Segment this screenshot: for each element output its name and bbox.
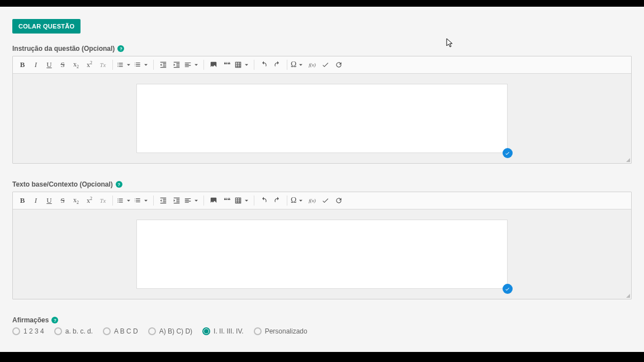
editor-contexto: BIUSx2x2Tx❝❝Ωf(x) <box>12 192 632 299</box>
align-button[interactable] <box>184 194 200 207</box>
toolbar-separator <box>287 60 287 70</box>
radio-label: A B C D <box>114 327 138 335</box>
clear-format-button[interactable]: Tx <box>97 59 109 71</box>
toolbar-separator <box>287 196 287 206</box>
table-button[interactable] <box>234 59 250 71</box>
subscript-button[interactable]: x2 <box>70 194 82 207</box>
radio-icon <box>54 327 62 335</box>
toolbar-separator <box>112 60 113 70</box>
section-label-contexto: Texto base/Contexto (Opcional) ? <box>12 180 632 188</box>
radio-icon <box>202 327 210 335</box>
radio-icon <box>12 327 20 335</box>
resize-handle[interactable] <box>626 294 630 298</box>
image-button[interactable] <box>207 194 220 207</box>
indent-button[interactable] <box>171 59 183 71</box>
check-button[interactable] <box>319 194 332 207</box>
afirmacoes-option-2[interactable]: A B C D <box>103 327 138 335</box>
afirmacoes-option-0[interactable]: 1 2 3 4 <box>12 327 44 335</box>
section-label-instrucao: Instrução da questão (Opcional) ? <box>12 45 632 53</box>
help-icon[interactable]: ? <box>117 45 124 52</box>
check-badge-icon[interactable] <box>503 148 513 158</box>
align-button[interactable] <box>184 59 200 71</box>
afirmacoes-option-3[interactable]: A) B) C) D) <box>148 327 192 335</box>
formula-button[interactable]: f(x) <box>306 194 318 207</box>
omega-button[interactable]: Ω <box>291 194 305 207</box>
refresh-button[interactable] <box>333 194 345 207</box>
bold-button[interactable]: B <box>16 59 29 71</box>
superscript-button[interactable]: x2 <box>83 194 96 207</box>
number-list-button[interactable] <box>134 194 150 207</box>
paste-question-button[interactable]: COLAR QUESTÃO <box>12 19 80 34</box>
section-label-afirmacoes: Afirmações ? <box>12 316 632 324</box>
toolbar-contexto: BIUSx2x2Tx❝❝Ωf(x) <box>13 192 631 209</box>
undo-button[interactable] <box>258 194 270 207</box>
toolbar-separator <box>254 196 254 206</box>
redo-button[interactable] <box>271 194 283 207</box>
check-button[interactable] <box>319 59 332 71</box>
resize-handle[interactable] <box>626 158 630 162</box>
afirmacoes-option-4[interactable]: I. II. III. IV. <box>202 327 244 335</box>
toolbar-separator <box>203 60 204 70</box>
outdent-button[interactable] <box>157 59 169 71</box>
redo-button[interactable] <box>271 59 283 71</box>
toolbar-separator <box>153 60 154 70</box>
outdent-button[interactable] <box>157 194 169 207</box>
radio-label: Personalizado <box>265 327 307 335</box>
clear-format-button[interactable]: Tx <box>97 194 109 207</box>
radio-icon <box>103 327 111 335</box>
editor-body-contexto[interactable] <box>13 209 631 299</box>
image-button[interactable] <box>207 59 220 71</box>
radio-icon <box>254 327 262 335</box>
contexto-label-text: Texto base/Contexto (Opcional) <box>12 180 113 188</box>
quote-button[interactable]: ❝❝ <box>221 194 233 207</box>
help-icon[interactable]: ? <box>116 181 122 188</box>
afirmacoes-options-row: 1 2 3 4a. b. c. d.A B C DA) B) C) D)I. I… <box>12 327 632 335</box>
number-list-button[interactable] <box>134 59 150 71</box>
bullet-list-button[interactable] <box>116 59 132 71</box>
check-badge-icon[interactable] <box>503 284 513 294</box>
italic-button[interactable]: I <box>30 59 42 71</box>
toolbar-separator <box>203 196 204 206</box>
formula-button[interactable]: f(x) <box>306 59 318 71</box>
refresh-button[interactable] <box>333 59 345 71</box>
radio-icon <box>148 327 156 335</box>
indent-button[interactable] <box>171 194 183 207</box>
radio-label: 1 2 3 4 <box>23 327 44 335</box>
afirmacoes-option-5[interactable]: Personalizado <box>254 327 307 335</box>
toolbar-separator <box>254 60 254 70</box>
toolbar-separator <box>153 196 154 206</box>
bullet-list-button[interactable] <box>116 194 132 207</box>
afirmacoes-label-text: Afirmações <box>12 316 49 324</box>
editable-area-instrucao[interactable] <box>136 84 507 153</box>
italic-button[interactable]: I <box>30 194 42 207</box>
superscript-button[interactable]: x2 <box>83 59 96 71</box>
radio-label: I. II. III. IV. <box>214 327 244 335</box>
help-icon[interactable]: ? <box>51 317 58 323</box>
radio-label: A) B) C) D) <box>159 327 192 335</box>
radio-label: a. b. c. d. <box>65 327 93 335</box>
strike-button[interactable]: S <box>56 59 69 71</box>
editor-instrucao: BIUSx2x2Tx❝❝Ωf(x) <box>12 56 632 164</box>
afirmacoes-option-1[interactable]: a. b. c. d. <box>54 327 93 335</box>
underline-button[interactable]: U <box>43 194 55 207</box>
toolbar-separator <box>112 196 113 206</box>
underline-button[interactable]: U <box>43 59 55 71</box>
quote-button[interactable]: ❝❝ <box>221 59 233 71</box>
window-top-bar <box>0 0 644 7</box>
subscript-button[interactable]: x2 <box>70 59 82 71</box>
toolbar-instrucao: BIUSx2x2Tx❝❝Ωf(x) <box>13 56 631 74</box>
bold-button[interactable]: B <box>16 194 29 207</box>
editable-area-contexto[interactable] <box>136 220 507 289</box>
strike-button[interactable]: S <box>56 194 69 207</box>
instrucao-label-text: Instrução da questão (Opcional) <box>12 45 115 53</box>
omega-button[interactable]: Ω <box>291 59 305 71</box>
editor-body-instrucao[interactable] <box>13 74 631 163</box>
table-button[interactable] <box>234 194 250 207</box>
undo-button[interactable] <box>258 59 270 71</box>
